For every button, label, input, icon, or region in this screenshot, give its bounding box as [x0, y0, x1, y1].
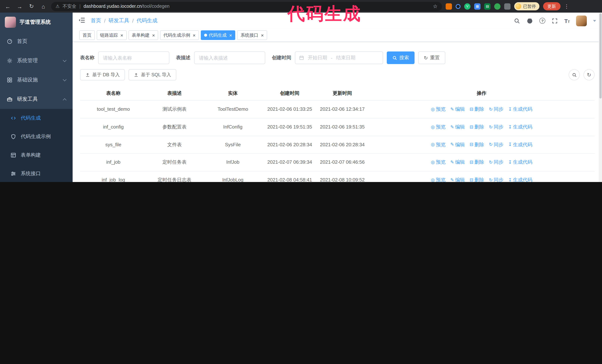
sync-action-link[interactable]: ↻同步 — [489, 141, 503, 149]
sync-action-link[interactable]: ↻同步 — [489, 159, 503, 166]
sync-icon: ↻ — [489, 141, 493, 148]
delete-action-link[interactable]: ⊟删除 — [470, 105, 484, 113]
avatar-caret-icon[interactable] — [593, 20, 596, 22]
topbar-actions: ? TT — [514, 15, 596, 26]
sidebar-item-system-api[interactable]: 系统接口 — [0, 164, 73, 182]
reload-icon[interactable]: ↻ — [27, 2, 36, 10]
address-bar[interactable]: ⚠ 不安全 | dashboard.yudao.iocoder.cn/tool/… — [51, 2, 442, 11]
eye-action-link[interactable]: ◎预览 — [431, 123, 445, 131]
breadcrumb-separator: / — [104, 18, 106, 24]
action-label: 编辑 — [455, 123, 465, 131]
sync-action-link[interactable]: ↻同步 — [489, 123, 503, 131]
edit-action-link[interactable]: ✎编辑 — [450, 141, 465, 149]
eye-action-link[interactable]: ◎预览 — [431, 159, 445, 166]
sidebar-item-codegen-example[interactable]: 代码生成示例 — [0, 127, 73, 146]
action-label: 生成代码 — [513, 123, 532, 131]
import-db-button[interactable]: 基于 DB 导入 — [80, 69, 125, 80]
tab-代码生成示例[interactable]: 代码生成示例× — [160, 30, 199, 40]
edit-action-link[interactable]: ✎编辑 — [450, 105, 465, 113]
docs-help-icon[interactable]: ? — [540, 18, 546, 24]
breadcrumb-devtools[interactable]: 研发工具 — [108, 17, 129, 24]
close-icon[interactable]: × — [120, 33, 123, 38]
page-scrollbar[interactable] — [599, 13, 602, 182]
forward-icon[interactable]: → — [16, 2, 24, 10]
profile-badge[interactable]: 已暂停 — [514, 2, 539, 10]
extension-icon[interactable] — [494, 3, 501, 10]
extensions-puzzle-icon[interactable] — [504, 3, 510, 10]
search-icon[interactable] — [514, 18, 520, 24]
generate-code-icon: ↧ — [508, 177, 512, 182]
delete-action-link[interactable]: ⊟删除 — [470, 176, 484, 182]
action-label: 编辑 — [455, 159, 465, 166]
refresh-table-button[interactable]: ↻ — [583, 69, 595, 80]
delete-action-link[interactable]: ⊟删除 — [470, 123, 484, 131]
close-icon[interactable]: × — [193, 33, 195, 38]
browser-menu-icon[interactable]: ⋮ — [564, 3, 569, 9]
github-icon[interactable] — [527, 17, 533, 24]
generate-code-action-link[interactable]: ↧生成代码 — [508, 141, 532, 149]
url-text[interactable]: dashboard.yudao.iocoder.cn/tool/codegen — [84, 4, 170, 9]
close-icon[interactable]: × — [229, 33, 232, 38]
close-icon[interactable]: × — [152, 33, 155, 38]
extension-icon[interactable] — [456, 4, 461, 9]
generate-code-action-link[interactable]: ↧生成代码 — [508, 105, 532, 113]
eye-icon: ◎ — [431, 124, 435, 131]
tab-代码生成[interactable]: 代码生成× — [201, 30, 236, 40]
reset-button[interactable]: ↻ 重置 — [418, 52, 445, 64]
sidebar-item-form-builder[interactable]: 表单构建 — [0, 146, 73, 164]
eye-action-link[interactable]: ◎预览 — [431, 176, 445, 182]
tab-首页[interactable]: 首页 — [79, 30, 95, 40]
cell-table-name: inf_config — [80, 118, 147, 136]
browser-update-button[interactable]: 更新 — [543, 2, 560, 10]
extension-icon[interactable]: ▦ — [474, 3, 481, 10]
delete-action-link[interactable]: ⊟删除 — [470, 159, 484, 166]
search-button[interactable]: 搜索 — [387, 52, 415, 64]
tab-表单构建[interactable]: 表单构建× — [128, 30, 158, 40]
generate-code-action-link[interactable]: ↧生成代码 — [508, 176, 532, 182]
edit-action-link[interactable]: ✎编辑 — [450, 123, 465, 131]
close-icon[interactable]: × — [261, 33, 264, 38]
eye-action-link[interactable]: ◎预览 — [431, 105, 445, 113]
sidebar-toggle-icon[interactable] — [78, 16, 86, 25]
sidebar-item-home[interactable]: 首页 — [0, 32, 73, 51]
table-name-input[interactable] — [98, 52, 169, 64]
eye-action-link[interactable]: ◎预览 — [431, 141, 445, 149]
security-label[interactable]: 不安全 — [63, 3, 76, 10]
bookmark-star-icon[interactable]: ☆ — [433, 3, 438, 9]
sync-action-link[interactable]: ↻同步 — [489, 105, 503, 113]
generate-code-action-link[interactable]: ↧生成代码 — [508, 159, 532, 166]
sidebar: 芋道管理系统 首页 系统管理 基础设施 研发工具 — [0, 13, 73, 182]
sidebar-item-system[interactable]: 系统管理 — [0, 51, 73, 70]
breadcrumb-home[interactable]: 首页 — [91, 17, 101, 24]
date-separator: - — [331, 55, 333, 61]
sidebar-item-label: 代码生成 — [21, 115, 41, 122]
import-sql-button[interactable]: 基于 SQL 导入 — [129, 69, 176, 80]
back-icon[interactable]: ← — [4, 2, 12, 10]
edit-action-link[interactable]: ✎编辑 — [450, 176, 465, 182]
user-avatar[interactable] — [576, 15, 587, 26]
date-range-picker[interactable]: 开始日期 - 结束日期 — [295, 52, 383, 64]
extension-icon[interactable] — [446, 3, 452, 10]
extension-icon[interactable]: V — [464, 3, 471, 10]
sidebar-item-devtools[interactable]: 研发工具 — [0, 90, 73, 109]
font-size-icon[interactable]: TT — [564, 18, 570, 23]
extension-icon[interactable]: ▤ — [484, 3, 491, 10]
toggle-search-button[interactable] — [569, 69, 580, 80]
sync-action-link[interactable]: ↻同步 — [489, 176, 503, 182]
app-window: 芋道管理系统 首页 系统管理 基础设施 研发工具 — [0, 13, 602, 182]
edit-action-link[interactable]: ✎编辑 — [450, 159, 465, 166]
sidebar-item-label: 研发工具 — [17, 96, 38, 103]
scrollbar-thumb[interactable] — [599, 13, 602, 98]
action-label: 预览 — [436, 105, 445, 113]
tab-系统接口[interactable]: 系统接口× — [237, 30, 267, 40]
fullscreen-icon[interactable] — [552, 18, 558, 24]
home-icon[interactable]: ⌂ — [39, 2, 47, 10]
generate-code-action-link[interactable]: ↧生成代码 — [508, 123, 532, 131]
sidebar-item-codegen[interactable]: 代码生成 — [0, 109, 73, 127]
tab-label: 链路追踪 — [100, 32, 118, 38]
table-desc-input[interactable] — [194, 52, 265, 64]
logo[interactable]: 芋道管理系统 — [0, 13, 73, 32]
delete-action-link[interactable]: ⊟删除 — [470, 141, 484, 149]
tab-链路追踪[interactable]: 链路追踪× — [97, 30, 127, 40]
sidebar-item-infrastructure[interactable]: 基础设施 — [0, 70, 73, 90]
